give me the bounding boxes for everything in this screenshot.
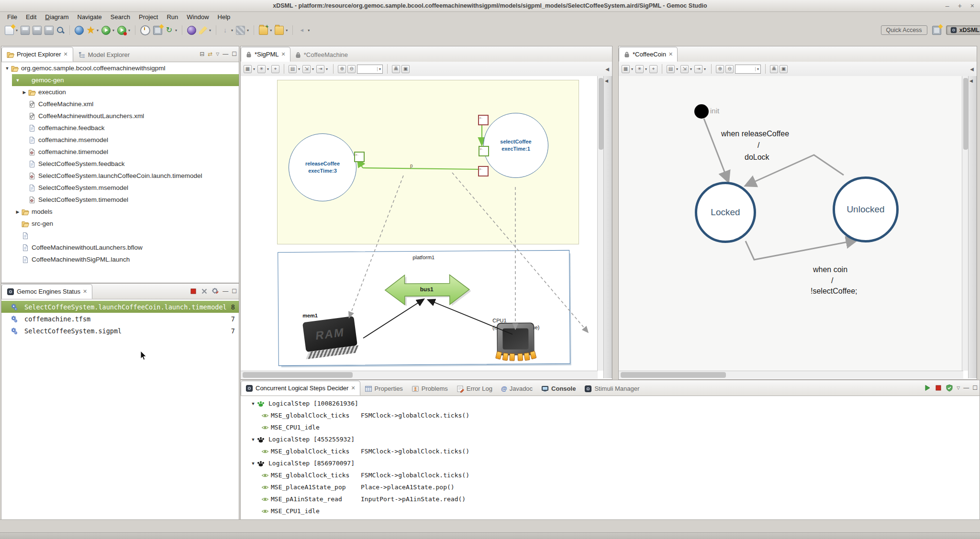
tab-properties[interactable]: Properties [360, 382, 407, 396]
tree-row-file[interactable]: SelectCoffeeSystem.msemodel [1, 182, 239, 194]
tree-row-project[interactable]: ▼ org.gemoc.sample.bcool.coffeemachinewi… [1, 62, 239, 74]
close-icon[interactable]: ✕ [351, 385, 355, 391]
view-menu-icon[interactable]: ▽ [216, 52, 219, 56]
arrange-all-icon[interactable]: ⇲ [680, 65, 689, 73]
style-icon[interactable]: ✳ [257, 65, 266, 73]
print-icon[interactable] [45, 26, 54, 35]
favorites-icon[interactable] [87, 26, 95, 34]
collapse-palette-icon[interactable]: ◀ [970, 66, 974, 72]
tab-concurrent-logical-steps-decider[interactable]: Concurrent Logical Steps Decider ✕ [241, 381, 360, 396]
input-port[interactable]: p.. [478, 166, 489, 176]
zoom-level-combo[interactable]: ▾ [735, 65, 761, 74]
engine-row[interactable]: coffemachine.tfsm 7 [1, 313, 239, 325]
cpu-chip-image[interactable] [497, 322, 534, 355]
minimize-view-icon[interactable]: — [223, 288, 228, 295]
tree-row-file[interactable]: CoffeeMachinewithoutLaunchers.xml [1, 110, 239, 122]
engine-row[interactable]: SelectCoffeeSystem.sigpml 7 [1, 325, 239, 337]
mse-event-row[interactable]: MSE_globalClock_ticks FSMClock->globalCl… [241, 445, 980, 457]
pin-icon[interactable]: ⌖ [649, 65, 657, 73]
tree-row-models[interactable]: ▶ models [1, 206, 239, 218]
tree-row-file[interactable] [1, 230, 239, 242]
menu-edit[interactable]: Edit [22, 12, 41, 22]
run-icon[interactable] [101, 26, 111, 35]
stop-icon[interactable] [935, 384, 942, 392]
expander-icon[interactable]: ▼ [249, 437, 257, 442]
dispose-engine-icon[interactable] [200, 287, 208, 295]
coffeecoin-canvas[interactable]: init when releaseCoffee / doLock Locked … [619, 76, 963, 371]
bus-node[interactable]: bus1 [382, 270, 471, 306]
menu-diagram[interactable]: Diagram [41, 12, 73, 22]
menu-navigate[interactable]: Navigate [73, 12, 106, 22]
engine-row-selected[interactable]: SelectCoffeeSystem.launchCoffeeCoin.laun… [1, 301, 239, 313]
input-port[interactable]: p.. [479, 146, 489, 156]
zoom-in-icon[interactable]: ⊕ [338, 65, 346, 73]
import-icon[interactable]: ↓ [221, 26, 229, 34]
platform-container[interactable]: platform1 bus1 mem1 RAM [278, 250, 570, 366]
close-window-button[interactable]: × [970, 2, 974, 10]
tab-error-log[interactable]: Error Log [452, 382, 497, 396]
open-perspective-icon[interactable] [932, 26, 941, 35]
maximize-view-icon[interactable]: ☐ [972, 385, 978, 391]
minimize-view-icon[interactable]: — [963, 385, 969, 391]
menu-search[interactable]: Search [106, 12, 134, 22]
mse-event-row[interactable]: MSE_CPU1_idle [241, 421, 980, 433]
menu-project[interactable]: Project [134, 12, 162, 22]
tree-row-execution[interactable]: ▶ execution [1, 86, 239, 98]
stop-engine-icon[interactable] [189, 287, 197, 295]
coverage-icon[interactable] [236, 26, 245, 35]
arrange-all-icon[interactable]: ⇲ [302, 65, 311, 73]
tree-row-file[interactable]: SelectCoffeeSystem.timemodel [1, 194, 239, 206]
state-unlocked[interactable]: Unlocked [833, 176, 899, 242]
expander-icon[interactable]: ▼ [249, 401, 257, 406]
decider-shield-icon[interactable] [946, 384, 953, 392]
expander-icon[interactable]: ▶ [21, 90, 28, 95]
collapse-all-icon[interactable]: ⊟ [200, 51, 204, 57]
close-icon[interactable]: ✕ [668, 51, 673, 57]
expander-icon[interactable]: ▼ [3, 66, 11, 71]
sigpml-canvas[interactable]: platform1 bus1 mem1 RAM [241, 76, 598, 371]
tab-console[interactable]: Console [537, 382, 580, 396]
link-with-editor-icon[interactable]: ⇄ [208, 51, 212, 57]
maximize-window-button[interactable]: + [958, 2, 962, 10]
tab-problems[interactable]: Problems [407, 382, 452, 396]
tab-coffeemachine[interactable]: *CoffeeMachine [290, 48, 352, 62]
tree-row-file[interactable]: coffemachine.feedback [1, 122, 239, 134]
tab-gemoc-engines-status[interactable]: Gemoc Engines Status ✕ [1, 284, 92, 299]
tab-javadoc[interactable]: @ Javadoc [497, 382, 537, 396]
logical-step-row[interactable]: ▼ LogicalStep [1008261936] [241, 397, 980, 409]
maximize-view-icon[interactable]: ☐ [232, 51, 237, 57]
pin-icon[interactable]: ⌖ [271, 65, 279, 73]
collapsed-palette[interactable]: ◀ [968, 76, 977, 378]
browser-icon[interactable] [75, 26, 84, 35]
menu-help[interactable]: Help [213, 12, 235, 22]
perspective-xdsml-button[interactable]: xDSML [946, 25, 980, 35]
close-icon[interactable]: ✕ [83, 288, 87, 295]
save-all-icon[interactable] [33, 26, 42, 35]
tab-coffeecoin[interactable]: *CoffeeCoin ✕ [619, 47, 678, 62]
engine-timer-icon[interactable] [140, 25, 150, 35]
tree-row-file[interactable]: CoffeeMachinewithoutLaunchers.bflow [1, 242, 239, 253]
layers-icon[interactable]: ▣ [401, 65, 410, 73]
quick-access-button[interactable]: Quick Access [881, 25, 927, 35]
zoom-out-icon[interactable]: ⊖ [347, 65, 356, 73]
tab-model-explorer[interactable]: Model Explorer [73, 48, 134, 62]
palette-grid-icon[interactable]: ▦ [244, 65, 252, 73]
layers-icon[interactable]: ▣ [780, 65, 788, 73]
logical-step-row[interactable]: ▼ LogicalStep [856970097] [241, 457, 980, 469]
actor-selectcoffee[interactable]: selectCoffee execTime:1 [483, 113, 548, 178]
tree-row-file[interactable]: coffemachine.timemodel [1, 146, 239, 158]
align-icon[interactable]: ⇥ [316, 65, 324, 73]
mse-event-row[interactable]: MSE_globalClock_ticks FSMClock->globalCl… [241, 409, 980, 421]
input-port[interactable]: p.. [478, 115, 489, 125]
ram-chip-image[interactable]: RAM [302, 316, 358, 359]
actor-releasecoffee[interactable]: releaseCoffee execTime:3 [289, 133, 356, 201]
back-icon[interactable]: ◂ [298, 26, 306, 34]
maximize-view-icon[interactable]: ☐ [232, 288, 237, 295]
state-locked[interactable]: Locked [695, 182, 756, 243]
minimize-view-icon[interactable]: — [223, 51, 228, 57]
style-icon[interactable]: ✳ [635, 65, 644, 73]
mse-event-row[interactable]: MSE_globalClock_ticks FSMClock->globalCl… [241, 469, 980, 481]
menu-file[interactable]: File [3, 12, 22, 22]
tree-row-src-gen[interactable]: src-gen [1, 218, 239, 230]
close-icon[interactable]: ✕ [281, 51, 286, 57]
